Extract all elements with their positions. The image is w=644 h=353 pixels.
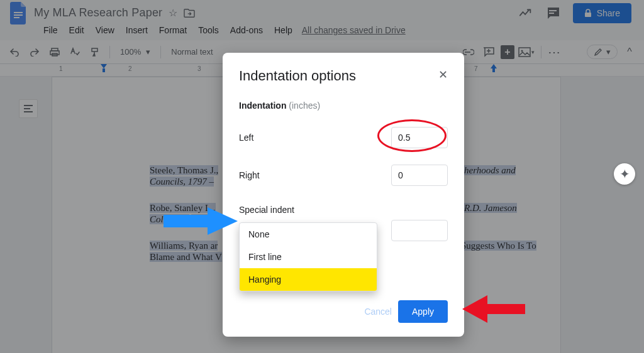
left-indent-label: Left xyxy=(239,133,253,143)
dropdown-option-first-line[interactable]: First line xyxy=(240,246,377,268)
dropdown-option-hanging[interactable]: Hanging xyxy=(240,268,377,291)
close-button[interactable]: ✕ xyxy=(438,68,448,82)
left-indent-input[interactable] xyxy=(391,127,448,148)
section-label: Indentation (inches) xyxy=(239,100,448,111)
special-indent-value-input[interactable] xyxy=(391,220,448,241)
right-indent-input[interactable] xyxy=(391,165,448,186)
explore-button[interactable]: ✦ xyxy=(614,163,635,185)
special-indent-dropdown[interactable]: None First line Hanging xyxy=(239,222,377,291)
close-icon: ✕ xyxy=(438,68,448,81)
left-indent-row: Left xyxy=(239,127,448,148)
indentation-options-dialog: Indentation options ✕ Indentation (inche… xyxy=(223,53,464,337)
right-indent-label: Right xyxy=(239,170,260,180)
dialog-title: Indentation options xyxy=(239,68,356,84)
right-indent-row: Right xyxy=(239,165,448,186)
special-indent-label: Special indent xyxy=(239,205,448,215)
dropdown-option-none[interactable]: None xyxy=(240,223,377,246)
cancel-button[interactable]: Cancel xyxy=(364,307,392,317)
apply-button[interactable]: Apply xyxy=(398,300,448,323)
